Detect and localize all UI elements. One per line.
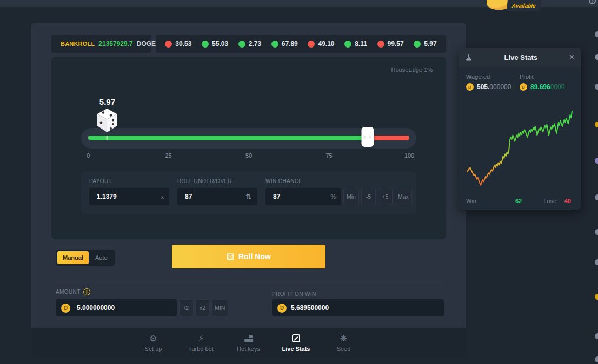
roll-under-over-label: ROLL UNDER/OVER bbox=[177, 178, 257, 184]
live-stats-header: Live Stats × bbox=[459, 48, 581, 67]
auto-mode-button[interactable]: Auto bbox=[90, 251, 113, 264]
nav-label: Turbo bet bbox=[188, 346, 214, 352]
roll-result-dot bbox=[377, 41, 384, 48]
live-stats-chart bbox=[465, 100, 574, 192]
result-label: 5.97 bbox=[95, 97, 119, 106]
swap-under-over-icon[interactable]: ⇅ bbox=[245, 192, 252, 201]
amount-field: D bbox=[56, 299, 177, 316]
roll-result-value: 55.03 bbox=[212, 40, 228, 48]
wagered-label: Wagered bbox=[466, 73, 520, 80]
roll-history-item[interactable]: 2.73 bbox=[238, 40, 261, 48]
manual-mode-button[interactable]: Manual bbox=[57, 251, 89, 264]
doge-coin-icon: D bbox=[61, 304, 70, 313]
lightning-icon: ⚡ bbox=[198, 334, 204, 343]
win-lose-row: Win 62 Lose 40 bbox=[466, 198, 571, 204]
amount-half-button[interactable]: /2 bbox=[179, 299, 194, 316]
slider-handle[interactable]: ‹ › bbox=[361, 127, 374, 147]
roll-result-dot bbox=[271, 41, 278, 48]
edge-emoji-icon bbox=[595, 31, 598, 37]
result-tick bbox=[107, 136, 108, 140]
edge-emoji-icon bbox=[595, 356, 598, 362]
edge-emoji-icon bbox=[595, 158, 598, 164]
nav-item-hot-keys[interactable]: Hot keys bbox=[234, 334, 264, 352]
win-chance-max-button[interactable]: Max bbox=[395, 188, 412, 205]
slider-scale: 0 25 50 75 100 bbox=[88, 152, 409, 160]
win-chance-input[interactable] bbox=[271, 193, 326, 200]
amount-min-button[interactable]: MIN bbox=[211, 299, 228, 316]
available-badge[interactable]: Available bbox=[507, 0, 541, 11]
help-icon[interactable]: ? bbox=[589, 0, 596, 4]
house-edge-label: HouseEdge 1% bbox=[391, 66, 433, 73]
roll-history-item[interactable]: 99.57 bbox=[377, 40, 404, 48]
roll-under-over-input[interactable] bbox=[183, 193, 241, 200]
bankroll-box: BANKROLL 21357929.7 DOGE bbox=[51, 35, 151, 53]
edge-emoji-icon bbox=[595, 229, 598, 235]
profit-on-win-value: 5.689500000 bbox=[291, 304, 329, 312]
roll-result-value: 67.89 bbox=[282, 40, 298, 48]
app-viewport: Available ? BANKROLL 21357929.7 DOGE 30.… bbox=[0, 0, 598, 364]
bankroll-currency: DOGE bbox=[137, 40, 156, 48]
roll-history-item[interactable]: 8.11 bbox=[344, 40, 367, 48]
seed-icon: ❋ bbox=[340, 334, 347, 343]
amount-double-button[interactable]: x2 bbox=[195, 299, 210, 316]
divider bbox=[56, 281, 444, 281]
payout-suffix: x bbox=[161, 193, 164, 200]
nav-item-turbo-bet[interactable]: ⚡ Turbo bet bbox=[186, 334, 216, 352]
edge-emoji-icon bbox=[595, 122, 598, 127]
edge-emoji-icon bbox=[595, 259, 598, 265]
roll-result-dot bbox=[165, 41, 172, 48]
close-icon[interactable]: × bbox=[569, 53, 574, 62]
win-label: Win bbox=[466, 198, 476, 204]
roll-history-item[interactable]: 5.97 bbox=[414, 40, 436, 48]
roll-result-value: 99.57 bbox=[388, 40, 404, 48]
dice-game-card: BANKROLL 21357929.7 DOGE 30.53 55.03 2.7… bbox=[31, 23, 466, 358]
roll-history-item[interactable]: 55.03 bbox=[202, 40, 228, 48]
scale-tick-label: 25 bbox=[165, 152, 171, 159]
nav-label: Set up bbox=[145, 346, 162, 352]
roll-result-value: 49.10 bbox=[318, 40, 334, 48]
bottom-nav: ⚙ Set up ⚡ Turbo bet Hot keys Live Stats… bbox=[31, 328, 466, 358]
roll-history-item[interactable]: 49.10 bbox=[308, 40, 334, 48]
info-icon[interactable]: i bbox=[83, 288, 90, 295]
payout-input[interactable] bbox=[95, 193, 157, 200]
nav-item-live-stats[interactable]: Live Stats bbox=[281, 334, 311, 352]
nav-item-setup[interactable]: ⚙ Set up bbox=[138, 334, 169, 352]
recent-rolls-bar: 30.53 55.03 2.73 67.89 49.10 8.11 99.57 bbox=[156, 35, 446, 53]
bankroll-label: BANKROLL bbox=[61, 41, 95, 47]
reset-stats-icon[interactable] bbox=[465, 53, 473, 62]
doge-coin-icon: D bbox=[520, 83, 527, 91]
nav-item-seed[interactable]: ❋ Seed bbox=[329, 334, 359, 352]
win-chance-label: WIN CHANCE bbox=[265, 178, 412, 184]
roll-result-dot bbox=[238, 41, 245, 48]
win-chance-suffix: % bbox=[330, 193, 336, 200]
edge-emoji-icon bbox=[595, 294, 598, 300]
payout-label: PAYOUT bbox=[89, 178, 169, 184]
nav-label: Live Stats bbox=[282, 346, 310, 352]
slider-fill-win bbox=[88, 136, 368, 140]
profit-label: Profit bbox=[520, 73, 573, 80]
profit-value: D 89.6960000 bbox=[520, 83, 573, 91]
win-chance-minus5-button[interactable]: -5 bbox=[361, 188, 376, 205]
gear-icon: ⚙ bbox=[149, 334, 157, 343]
lose-count: 40 bbox=[564, 198, 571, 204]
live-stats-body: Wagered D 505.000000 Profit D 89.6960000 bbox=[459, 67, 581, 210]
mode-toggle: Manual Auto bbox=[56, 250, 115, 266]
live-stats-title: Live Stats bbox=[473, 53, 569, 62]
doge-coin-icon: D bbox=[466, 83, 474, 91]
amount-input[interactable] bbox=[75, 304, 171, 312]
roll-result-dot bbox=[344, 41, 351, 48]
roll-now-button[interactable]: ⚄ Roll Now bbox=[172, 245, 325, 268]
roll-history-item[interactable]: 30.53 bbox=[165, 40, 191, 48]
roll-result-value: 2.73 bbox=[249, 40, 261, 48]
scale-tick-label: 0 bbox=[87, 152, 90, 159]
roll-now-label: Roll Now bbox=[238, 252, 271, 261]
win-chance-plus5-button[interactable]: +5 bbox=[378, 188, 393, 205]
bet-fields-box: PAYOUT x ROLL UNDER/OVER ⇅ WIN CHANCE bbox=[81, 172, 416, 214]
wagered-value: D 505.000000 bbox=[466, 83, 520, 91]
roll-history-item[interactable]: 67.89 bbox=[271, 40, 298, 48]
profit-on-win-field: D 5.689500000 bbox=[272, 299, 444, 316]
roll-result-dot bbox=[308, 41, 315, 48]
handle-chevrons-icon: ‹ › bbox=[363, 133, 372, 141]
amount-label: AMOUNT bbox=[56, 289, 81, 295]
win-chance-min-button[interactable]: Min bbox=[343, 188, 359, 205]
